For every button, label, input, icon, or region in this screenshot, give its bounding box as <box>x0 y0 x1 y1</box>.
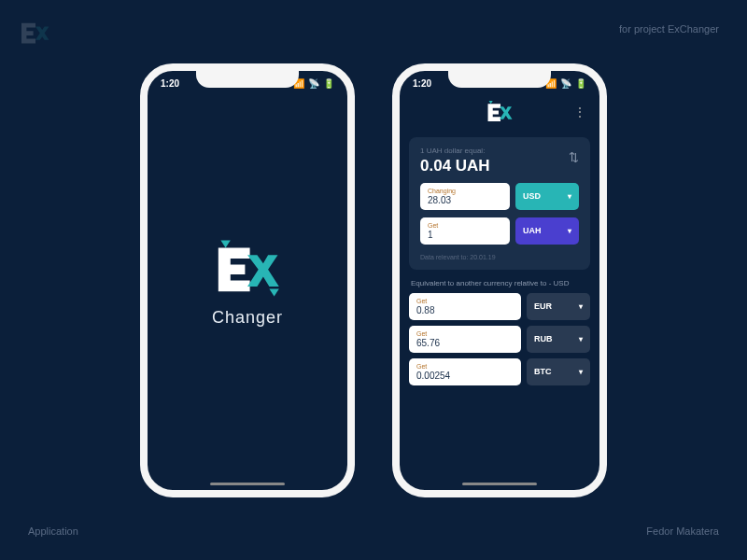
equiv-value: 65.76 <box>416 338 514 348</box>
app-logo-icon <box>210 238 285 299</box>
status-time: 1:20 <box>413 78 431 89</box>
get-label: Get <box>428 222 502 229</box>
equiv-label: Get <box>416 298 514 304</box>
equiv-row: Get 0.00254 BTC ▾ <box>409 358 590 385</box>
rate-value: 0.04 UAH <box>420 157 579 175</box>
phone-exchange: 1:20 📶 📡 🔋 ⋮ 1 UAH dollar equal: 0.04 UA… <box>392 63 607 497</box>
svg-marker-1 <box>269 289 278 297</box>
equiv-label: Get <box>416 330 514 337</box>
currency-code: USD <box>523 191 541 201</box>
equiv-currency-select[interactable]: EUR ▾ <box>527 293 590 320</box>
currency-code: EUR <box>534 301 552 311</box>
changing-value: 28.03 <box>428 195 502 205</box>
equiv-row: Get 0.88 EUR ▾ <box>409 293 590 320</box>
equiv-input[interactable]: Get 0.88 <box>409 293 521 320</box>
battery-icon: 🔋 <box>323 78 334 89</box>
get-input[interactable]: Get 1 <box>420 217 510 245</box>
equiv-currency-select[interactable]: BTC ▾ <box>527 358 590 385</box>
header-logo-icon <box>485 100 514 124</box>
equiv-input[interactable]: Get 65.76 <box>409 326 521 353</box>
author-label: Fedor Makatera <box>646 525 719 537</box>
home-indicator[interactable] <box>462 483 537 485</box>
equiv-row: Get 65.76 RUB ▾ <box>409 326 590 353</box>
currency-code: RUB <box>534 334 553 343</box>
project-label: for project ExChanger <box>619 23 719 35</box>
wifi-icon: 📡 <box>308 78 319 89</box>
get-value: 1 <box>428 230 502 240</box>
type-label: Application <box>28 525 78 537</box>
wifi-icon: 📡 <box>560 78 571 89</box>
equivalent-section-label: Equivalent to another currency relative … <box>411 279 588 287</box>
status-time: 1:20 <box>161 78 179 89</box>
chevron-down-icon: ▾ <box>579 335 583 343</box>
equiv-label: Get <box>416 363 514 370</box>
equiv-currency-select[interactable]: RUB ▾ <box>527 326 590 353</box>
corner-logo <box>19 19 52 50</box>
menu-button[interactable]: ⋮ <box>573 105 586 119</box>
chevron-down-icon: ▾ <box>568 227 571 235</box>
equiv-value: 0.00254 <box>416 371 514 381</box>
app-name: Changer <box>212 308 283 328</box>
rate-label: 1 UAH dollar equal: <box>420 147 579 155</box>
chevron-down-icon: ▾ <box>568 192 571 201</box>
data-relevance-note: Data relevant to: 20.01.19 <box>420 254 579 260</box>
battery-icon: 🔋 <box>575 78 586 89</box>
svg-marker-2 <box>489 101 493 104</box>
svg-marker-0 <box>220 241 230 248</box>
changing-label: Changing <box>428 188 502 194</box>
changing-currency-select[interactable]: USD ▾ <box>515 183 579 210</box>
conversion-card: 1 UAH dollar equal: 0.04 UAH ⇅ Changing … <box>409 137 590 270</box>
home-indicator[interactable] <box>210 483 285 485</box>
equiv-input[interactable]: Get 0.00254 <box>409 358 521 385</box>
currency-code: UAH <box>523 226 542 235</box>
swap-icon[interactable]: ⇅ <box>569 150 579 164</box>
currency-code: BTC <box>534 367 552 376</box>
equiv-value: 0.88 <box>416 305 514 315</box>
chevron-down-icon: ▾ <box>579 302 583 311</box>
phone-notch <box>448 71 551 88</box>
phone-notch <box>196 71 299 88</box>
changing-input[interactable]: Changing 28.03 <box>420 183 510 210</box>
phone-splash: 1:20 📶 📡 🔋 Changer <box>140 63 355 497</box>
chevron-down-icon: ▾ <box>579 368 583 376</box>
get-currency-select[interactable]: UAH ▾ <box>515 217 579 245</box>
